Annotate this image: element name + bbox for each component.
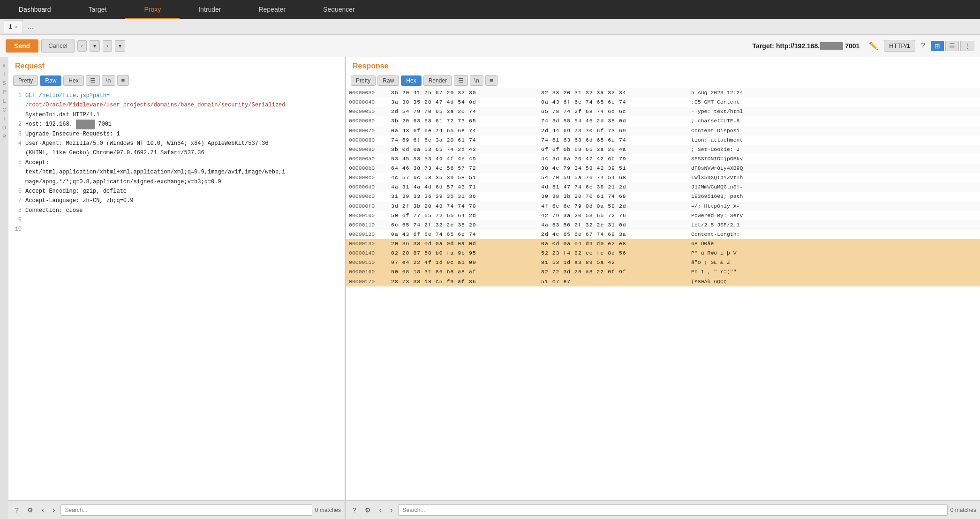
hex-bytes2: 38 4c 79 34 58 42 39 51	[541, 164, 686, 173]
hex-offset: 00000060	[349, 116, 391, 126]
nav-forward-dropdown[interactable]: ▾	[115, 40, 125, 52]
hex-bytes1: 20 36 38 0d 0a 0d 0a 0d	[391, 239, 536, 248]
nav-intruder[interactable]: Intruder	[180, 0, 240, 19]
request-settings-btn[interactable]: ⚙	[24, 505, 36, 515]
response-search-input[interactable]	[398, 504, 947, 516]
hex-row: 00000150 97 e4 22 4f 1d 9c a1 00 81 53 1…	[346, 258, 980, 267]
hex-ascii: J1JMmWCqMQGtnS!-	[691, 182, 977, 192]
hex-bytes2: 30 38 3b 20 70 61 74 68	[541, 192, 686, 201]
hex-row: 000000e0 31 39 33 36 39 35 31 36 30 38 3…	[346, 192, 980, 201]
sidebar-icon-6[interactable]: C	[1, 106, 7, 113]
hex-bytes1: 31 39 33 36 39 35 31 36	[391, 192, 536, 201]
hex-offset: 000000d0	[349, 182, 391, 192]
hex-offset: 000000c0	[349, 173, 391, 182]
response-search-forward-btn[interactable]: ›	[387, 505, 395, 515]
hex-ascii: 68 ÙÐâè	[691, 239, 977, 248]
cancel-button[interactable]: Cancel	[41, 39, 74, 53]
view-grid-button[interactable]: ⋮	[960, 41, 974, 51]
main-toolbar: Send Cancel ‹ ▾ › ▾ Target: http://192.1…	[0, 35, 980, 57]
hex-row: 000000a0 53 45 53 53 49 4f 4e 49 44 3d 6…	[346, 154, 980, 164]
hex-row: 000000c0 4c 57 6c 58 35 39 58 51 54 70 5…	[346, 173, 980, 182]
response-panel-title: Response	[346, 57, 980, 73]
response-pretty-btn[interactable]: Pretty	[351, 75, 376, 86]
request-panel: Request Pretty Raw Hex ☰ \n ≡ 1GET /hell…	[8, 57, 346, 519]
hex-offset: 00000080	[349, 135, 391, 145]
hex-row: 000000b0 64 46 38 73 4e 56 57 72 38 4c 7…	[346, 164, 980, 173]
hex-ascii: Content-Disposi	[691, 126, 977, 135]
hex-offset: 00000100	[349, 211, 391, 220]
nav-repeater[interactable]: Repeater	[240, 0, 304, 19]
sidebar-icon-8[interactable]: O	[1, 124, 7, 131]
nav-proxy[interactable]: Proxy	[125, 0, 180, 19]
view-list-button[interactable]: ☰	[945, 41, 959, 51]
nav-target[interactable]: Target	[70, 0, 126, 19]
request-newline-btn[interactable]: \n	[102, 75, 115, 86]
sidebar-icon-2[interactable]: I	[3, 71, 6, 78]
response-hex-btn[interactable]: Hex	[401, 75, 421, 86]
request-search-back-btn[interactable]: ‹	[39, 505, 47, 515]
help-button[interactable]: ?	[918, 41, 928, 51]
request-hex-btn[interactable]: Hex	[63, 75, 83, 86]
sidebar-icon-4[interactable]: P	[2, 89, 7, 96]
hex-bytes1: 6c 65 74 2f 32 2e 35 20	[391, 220, 536, 230]
nav-back-dropdown[interactable]: ▾	[90, 40, 100, 52]
response-menu-btn[interactable]: ≡	[485, 75, 498, 86]
hex-ascii: ä"O ¡ SŁ £ Z	[691, 258, 977, 267]
edit-target-button[interactable]: ✏️	[866, 40, 881, 51]
response-render-btn[interactable]: Render	[423, 75, 452, 86]
request-pretty-btn[interactable]: Pretty	[13, 75, 38, 86]
hex-ascii: -Type: text/html	[691, 107, 977, 116]
nav-back-button[interactable]: ‹	[77, 40, 87, 52]
hex-row: 00000050 2d 54 79 70 65 3a 20 74 65 78 7…	[346, 107, 980, 116]
nav-sequencer[interactable]: Sequencer	[304, 0, 374, 19]
hex-offset: 00000160	[349, 267, 391, 277]
hex-bytes2: 74 61 63 68 6d 65 6e 74	[541, 135, 686, 145]
request-content[interactable]: 1GET /hello/file.jsp?path= /root/Oracle/…	[8, 88, 345, 500]
response-search-back-btn[interactable]: ‹	[377, 505, 384, 515]
nav-dashboard[interactable]: Dashboard	[0, 0, 70, 19]
request-help-btn[interactable]: ?	[12, 505, 22, 515]
hex-bytes1: 35 20 41 75 67 20 32 30	[391, 88, 536, 98]
response-raw-btn[interactable]: Raw	[377, 75, 399, 86]
send-button[interactable]: Send	[6, 39, 38, 53]
response-settings-btn[interactable]: ⚙	[362, 505, 374, 515]
hex-offset: 00000110	[349, 220, 391, 230]
sidebar-icon-1[interactable]: ≡	[2, 62, 7, 69]
response-format-icon[interactable]: ☰	[454, 75, 468, 86]
hex-bytes2: 42 79 3a 20 53 65 72 76	[541, 211, 686, 220]
sidebar-icon-7[interactable]: T	[2, 115, 7, 122]
http-version-selector[interactable]: HTTP/1	[884, 40, 915, 52]
sidebar-icon-9[interactable]: R	[1, 133, 7, 140]
hex-row: 00000140 02 20 87 50 b0 fa 9b 95 52 23 f…	[346, 248, 980, 258]
request-menu-btn[interactable]: ≡	[117, 75, 129, 86]
hex-offset: 000000f0	[349, 202, 391, 211]
hex-bytes1: 50 6f 77 65 72 65 64 2d	[391, 211, 536, 220]
request-raw-btn[interactable]: Raw	[40, 75, 61, 86]
request-search-input[interactable]	[60, 504, 312, 516]
tab-1-close[interactable]: ×	[15, 24, 18, 30]
hex-row: 00000080 74 69 6f 6e 3a 20 61 74 74 61 6…	[346, 135, 980, 145]
tab-more[interactable]: ...	[24, 23, 38, 31]
response-newline-btn[interactable]: \n	[470, 75, 483, 86]
hex-row: 00000060 3b 20 63 68 61 72 73 65 74 3d 5…	[346, 116, 980, 126]
view-split-button[interactable]: ⊞	[931, 41, 944, 51]
hex-ascii: Ph 1 , " r=(""	[691, 267, 977, 277]
request-search-forward-btn[interactable]: ›	[50, 505, 58, 515]
hex-offset: 000000a0	[349, 154, 391, 164]
hex-bytes1: 28 73 38 d8 c5 f9 af 36	[391, 277, 536, 286]
hex-row: 000000d0 4a 31 4a 4d 6d 57 43 71 4d 51 4…	[346, 182, 980, 192]
nav-forward-button[interactable]: ›	[103, 40, 112, 52]
tab-1[interactable]: 1 ×	[4, 20, 23, 33]
hex-bytes2: 81 53 1d a3 89 5a 42	[541, 258, 686, 267]
response-hex-content[interactable]: 00000030 35 20 41 75 67 20 32 30 32 33 2…	[346, 88, 980, 500]
response-help-btn[interactable]: ?	[350, 505, 359, 515]
hex-bytes2: 54 70 59 5a 76 74 54 68	[541, 173, 686, 182]
sidebar-icon-3[interactable]: S	[2, 80, 7, 87]
hex-offset: 00000170	[349, 277, 391, 286]
hex-ascii: ; Set-Cookie: J	[691, 145, 977, 154]
tab-bar: 1 × ...	[0, 19, 980, 35]
request-format-icon[interactable]: ☰	[86, 75, 100, 86]
hex-bytes1: 97 e4 22 4f 1d 9c a1 00	[391, 258, 536, 267]
sidebar-icon-5[interactable]: E	[2, 98, 7, 105]
hex-bytes1: 3b 20 63 68 61 72 73 65	[391, 116, 536, 126]
